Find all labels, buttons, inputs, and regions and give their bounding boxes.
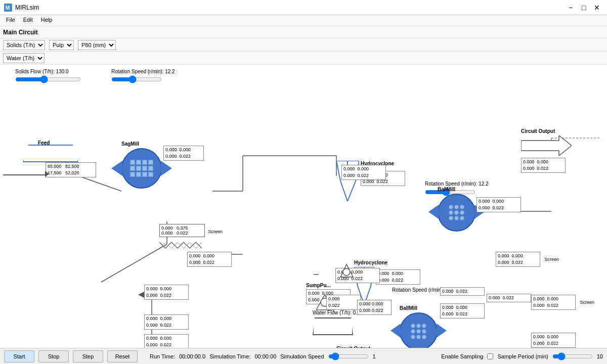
screen3-container: 0.000 0.000 0.000 0.022 Screen bbox=[531, 295, 577, 311]
right-stream-1: 0.000 0.022 bbox=[440, 287, 485, 296]
circuit-out2-container: Circuit Output 0.000 0.000 0.000 0.022 bbox=[336, 345, 370, 348]
sample-period-slider[interactable] bbox=[552, 353, 593, 360]
ballmill2-right-cone bbox=[437, 324, 447, 338]
sim-speed-label: Simulation Speed bbox=[280, 353, 324, 359]
dropdowns-row2: Water (T/h) bbox=[0, 52, 607, 65]
circuit-out1-arrow bbox=[521, 135, 572, 156]
canvas-area: Solids Flow (T/h): 130.0 Rotation Speed … bbox=[0, 65, 607, 348]
screen3-label: Screen bbox=[580, 300, 594, 305]
svg-text:M: M bbox=[6, 5, 10, 11]
close-button[interactable]: ✕ bbox=[591, 2, 603, 13]
breadcrumb-bar: Main Circuit bbox=[0, 26, 607, 38]
circuit-out2-label: Circuit Output bbox=[336, 346, 370, 348]
menu-edit[interactable]: Edit bbox=[19, 16, 37, 25]
ballmill1-left-cone bbox=[428, 205, 439, 219]
splitter-arrow bbox=[138, 292, 144, 298]
rotation-speed-1-label: Rotation Speed (r/min): 12.2 bbox=[111, 69, 175, 74]
ballmill1-container: BallMill bbox=[438, 194, 475, 232]
ballmill2-left-cone bbox=[391, 324, 401, 338]
run-time-label: Run Time: bbox=[150, 353, 175, 359]
extra-values-1: 0.000 0.022 bbox=[326, 295, 361, 310]
sagmill-label: SagMill bbox=[121, 141, 139, 147]
sagmill-body bbox=[121, 148, 162, 189]
sample-period-label: Sample Period (min) bbox=[497, 353, 548, 359]
feed-shape bbox=[23, 145, 78, 162]
splitter-row4: 0.000 0.000 0.000 0.022 bbox=[144, 334, 189, 348]
sump1-label: SumpPu... bbox=[306, 283, 331, 288]
screen1-container: 0.000 0.375 0.000 0.022 Screen bbox=[159, 224, 205, 249]
sagmill-right-cone bbox=[161, 161, 172, 176]
extra-values-2: 0.000 0.000 0.000 0.022 bbox=[357, 300, 392, 315]
sagmill-values: 0.000 0.000 0.000 0.022 bbox=[163, 146, 204, 161]
sim-time-value: 00:00:00 bbox=[254, 353, 276, 359]
p80-dropdown-group: P80 (mm) bbox=[78, 40, 116, 50]
right-stream-2: 0.000 0.022 bbox=[487, 294, 531, 302]
ballmill1-body bbox=[438, 194, 475, 232]
sample-period-value: 10 bbox=[597, 353, 603, 359]
enable-sampling-label: Enable Sampling bbox=[441, 353, 483, 359]
solids-dropdown-group: Solids (T/h) bbox=[3, 40, 45, 50]
svg-marker-22 bbox=[521, 135, 572, 156]
sump3-icon bbox=[338, 262, 356, 281]
pulp-dropdown-group: Pulp bbox=[49, 40, 74, 50]
water-container bbox=[313, 317, 353, 335]
circuit-out1-label: Circuit Output bbox=[521, 128, 555, 134]
water-dropdown-group: Water (T/h) bbox=[3, 53, 45, 63]
app-title: MIRLsim bbox=[15, 4, 565, 11]
menu-file[interactable]: File bbox=[2, 16, 19, 25]
sagmill-container: SagMill bbox=[121, 148, 162, 189]
main-content: File Edit Help Main Circuit Solids (T/h)… bbox=[0, 15, 607, 364]
svg-point-26 bbox=[343, 268, 350, 276]
feed-values: 65.000 82.500 17.500 52.020 bbox=[46, 162, 96, 177]
svg-line-2 bbox=[78, 176, 121, 191]
menu-help[interactable]: Help bbox=[37, 16, 57, 25]
ballmill2-label: BallMill bbox=[400, 305, 417, 311]
ballmill1-label: BallMill bbox=[438, 187, 455, 192]
p80-dropdown[interactable]: P80 (mm) bbox=[78, 40, 116, 50]
ballmill2-values: 0.000 0.000 0.000 0.022 bbox=[440, 303, 485, 318]
screen2-container: 0.000 0.000 0.000 0.022 Screen bbox=[496, 252, 541, 268]
start-button[interactable]: Start bbox=[4, 350, 34, 362]
app-icon: M bbox=[4, 4, 12, 12]
breadcrumb: Main Circuit bbox=[3, 29, 38, 36]
step-button[interactable]: Step bbox=[73, 350, 103, 362]
sump1-container: SumpPu... 0.000 0.000 0.000 0.022 bbox=[306, 282, 331, 288]
screen1-label: Screen bbox=[208, 229, 223, 234]
solids-flow-slider[interactable] bbox=[15, 76, 81, 83]
minimize-button[interactable]: − bbox=[565, 2, 577, 13]
water-flow-container: Water Flow (T/h): 0.0 bbox=[313, 310, 360, 315]
solids-flow-label: Solids Flow (T/h): 130.0 bbox=[15, 69, 69, 74]
svg-line-4 bbox=[101, 244, 167, 282]
maximize-button[interactable]: □ bbox=[578, 2, 590, 13]
ballmill1-values: 0.000 0.000 0.000 0.022 bbox=[476, 197, 521, 212]
sump3-symbol bbox=[338, 262, 356, 280]
top-stream-values: 0.000 0.000 0.000 0.022 bbox=[341, 165, 386, 180]
window-controls: − □ ✕ bbox=[565, 2, 603, 13]
menu-bar: File Edit Help bbox=[0, 15, 607, 26]
enable-sampling-checkbox[interactable] bbox=[487, 353, 493, 359]
hydro2-label: Hydrocyclone bbox=[354, 260, 387, 265]
sim-speed-slider[interactable] bbox=[328, 353, 369, 360]
splitter-row3: 0.000 0.000 0.000 0.022 bbox=[144, 314, 189, 330]
sagmill-left-cone bbox=[111, 161, 122, 176]
title-bar: M MIRLsim − □ ✕ bbox=[0, 0, 607, 15]
screen1-visual bbox=[159, 238, 202, 252]
status-bar: Start Stop Step Reset Run Time: 00:00:00… bbox=[0, 348, 607, 364]
feed-arrow bbox=[45, 171, 49, 177]
ballmill2-container: BallMill bbox=[400, 312, 438, 348]
sim-time-label: Simulation Time: bbox=[209, 353, 250, 359]
water-dropdown[interactable]: Water (T/h) bbox=[3, 53, 45, 63]
circuit-out1-container: Circuit Output 0.000 0.000 0.000 0.022 bbox=[521, 135, 572, 157]
pulp-dropdown[interactable]: Pulp bbox=[49, 40, 74, 50]
sim-speed-value: 1 bbox=[373, 353, 376, 359]
screen2-label: Screen bbox=[544, 257, 559, 262]
feed-input-line bbox=[3, 174, 46, 175]
run-time-value: 00:00:00.0 bbox=[179, 353, 205, 359]
reset-button[interactable]: Reset bbox=[107, 350, 138, 362]
solids-dropdown[interactable]: Solids (T/h) bbox=[3, 40, 45, 50]
rotation-speed-1-slider[interactable] bbox=[111, 76, 162, 83]
stop-button[interactable]: Stop bbox=[38, 350, 69, 362]
ballmill2-body bbox=[400, 312, 438, 348]
bottom-right-1: 0.000 0.000 0.000 0.022 bbox=[531, 333, 576, 348]
dropdowns-row1: Solids (T/h) Pulp P80 (mm) bbox=[0, 38, 607, 52]
